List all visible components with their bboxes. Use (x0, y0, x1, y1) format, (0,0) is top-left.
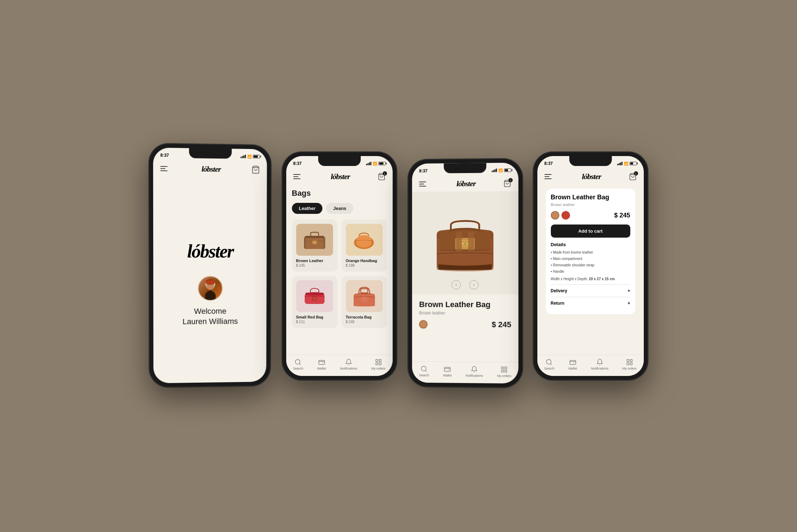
phone-3: 8:37 📶 lóbster (408, 158, 522, 388)
product-price-4: $ 245 (346, 320, 383, 324)
next-arrow[interactable]: › (469, 280, 478, 289)
svg-point-15 (356, 238, 372, 248)
svg-point-38 (421, 366, 426, 371)
notch-3 (444, 163, 486, 173)
wifi-icon-4: 📶 (624, 162, 628, 166)
product-name-1: Brown Leather (296, 259, 333, 263)
menu-icon-3[interactable] (419, 179, 429, 189)
battery-2 (378, 162, 386, 165)
bottom-nav-4: Search Wallet Notifications (537, 355, 644, 376)
svg-rect-25 (376, 360, 378, 362)
filter-leather[interactable]: Leather (292, 203, 323, 214)
menu-icon-4[interactable] (544, 172, 554, 182)
cart-icon-2[interactable]: 1 (378, 173, 386, 181)
nav-orders-label-3: My orders (497, 374, 511, 378)
details-section: Details • Made from bovine leather • Mai… (551, 242, 630, 281)
accordion-return[interactable]: Return + (551, 297, 630, 309)
status-icons-4: 📶 (617, 162, 637, 166)
filter-jeans[interactable]: Jeans (326, 203, 353, 214)
bottom-nav-2: Search Wallet Notifications (286, 355, 393, 376)
phone-3-screen: 8:37 📶 lóbster (412, 163, 518, 384)
nav-orders-4[interactable]: My orders (622, 359, 637, 370)
product-card-1[interactable]: Brown Leather $ 245 (292, 220, 337, 272)
nav-orders-label-4: My orders (622, 367, 637, 370)
search-icon-2 (294, 359, 301, 366)
color-swatches-3 (419, 320, 427, 328)
cart-icon-4[interactable]: 1 (629, 173, 637, 181)
product-card-2[interactable]: Orange Handbag $ 198 (342, 220, 387, 272)
nav-search-label-4: Search (544, 367, 554, 370)
welcome-text: Welcome Lauren Williams (182, 306, 238, 327)
nav-orders-label-2: My orders (371, 367, 386, 370)
svg-rect-18 (305, 293, 324, 295)
signal-icon-4 (617, 162, 622, 165)
nav-wallet-4[interactable]: Wallet (568, 359, 577, 370)
product-price-3: $ 211 (296, 320, 333, 324)
dimensions-label: Width x Height x Depth: (551, 277, 588, 281)
swatch-red-4[interactable] (561, 211, 570, 220)
cart-icon-3[interactable]: 1 (503, 179, 511, 187)
product-img-3 (296, 280, 333, 312)
bags-screen: Bags Leather Jeans (286, 184, 393, 376)
prev-arrow[interactable]: ‹ (452, 280, 461, 289)
product-name-4: Terracota Bag (346, 315, 383, 319)
orders-icon-3 (500, 366, 508, 373)
svg-rect-50 (630, 363, 632, 365)
product-detail-subtitle: Brown leather (419, 311, 511, 316)
add-to-cart-button[interactable]: Add to cart (551, 225, 630, 238)
cart-badge-count: 1 (383, 171, 387, 176)
nav-search-4[interactable]: Search (544, 359, 554, 370)
nav-wallet-3[interactable]: Wallet (443, 366, 452, 377)
person-svg (199, 277, 221, 300)
product-info-panel: Brown Leather Bag Brown leather $ 245 (412, 294, 518, 358)
product-card-3[interactable]: Small Red Bag $ 211 (292, 276, 337, 328)
nav-notifications-label-4: Notifications (591, 367, 608, 370)
swatch-brown[interactable] (419, 320, 427, 328)
cart-badge-count-3: 1 (508, 178, 513, 182)
wallet-icon-4 (569, 359, 576, 366)
product-detail-card: Brown Leather Bag Brown leather $ 245 Ad… (546, 189, 635, 314)
color-price-row-4: $ 245 (551, 211, 630, 220)
product-name-2: Orange Handbag (346, 259, 383, 263)
welcome-screen: lóbster (153, 176, 267, 383)
logo-2: lóbster (331, 172, 350, 181)
signal-icon-2 (366, 162, 371, 165)
svg-rect-26 (379, 360, 381, 362)
svg-point-23 (295, 360, 300, 364)
svg-point-22 (361, 297, 368, 302)
nav-orders-2[interactable]: My orders (371, 359, 386, 370)
time-4: 8:37 (544, 161, 553, 166)
menu-icon-2[interactable] (293, 172, 303, 182)
top-nav-1: lóbster (153, 161, 267, 178)
detail-item-4: • Handle (551, 268, 630, 275)
svg-rect-24 (319, 360, 325, 365)
nav-wallet-2[interactable]: Wallet (317, 359, 326, 370)
nav-search-label-2: Search (293, 367, 303, 370)
swatch-brown-4[interactable] (551, 211, 559, 220)
svg-rect-49 (627, 363, 629, 365)
detail-item-2: • Main compartment (551, 256, 630, 262)
accordion-delivery[interactable]: Delivery + (551, 284, 630, 297)
menu-icon-1[interactable] (160, 164, 170, 174)
phone-1-screen: 8:37 📶 lóbster (153, 148, 267, 383)
logo-3: lóbster (456, 179, 475, 188)
detail-card-title: Brown Leather Bag (551, 194, 630, 201)
terracota-bag-img (352, 286, 376, 306)
notch-2 (318, 156, 361, 166)
status-icons-3: 📶 (492, 168, 511, 172)
nav-search-3[interactable]: Search (419, 365, 429, 377)
products-grid: Brown Leather $ 245 (292, 220, 387, 328)
nav-orders-3[interactable]: My orders (497, 366, 511, 378)
product-img-1 (296, 224, 333, 256)
nav-notifications-2[interactable]: Notifications (340, 359, 357, 370)
product-price-3: $ 245 (492, 320, 511, 329)
detail-price: $ 245 (614, 212, 630, 219)
nav-notifications-4[interactable]: Notifications (591, 359, 608, 370)
nav-search-2[interactable]: Search (293, 359, 303, 370)
product-price-2: $ 198 (346, 264, 383, 267)
cart-icon-1[interactable] (251, 165, 260, 174)
nav-notifications-3[interactable]: Notifications (465, 366, 483, 377)
wifi-icon-3: 📶 (498, 168, 503, 172)
svg-rect-47 (627, 360, 629, 362)
product-card-4[interactable]: Terracota Bag $ 245 (342, 276, 387, 328)
